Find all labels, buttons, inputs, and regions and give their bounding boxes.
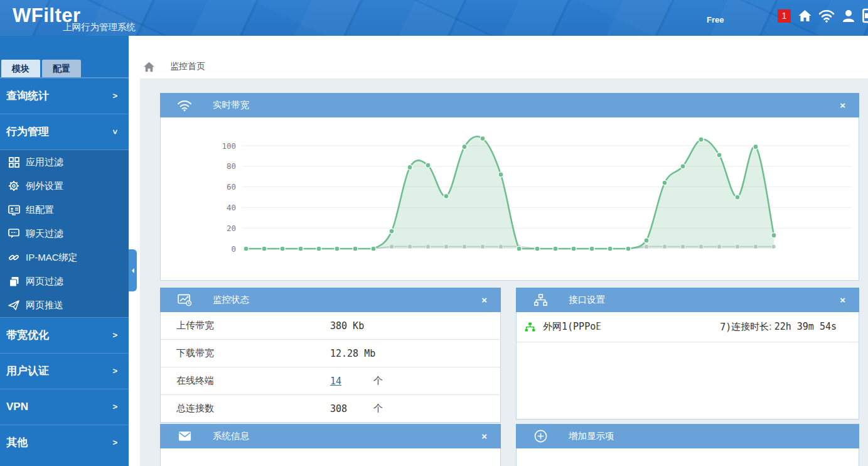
svg-text:80: 80 xyxy=(227,161,236,171)
panel-header: 监控状态 × xyxy=(160,288,501,312)
panel-header: 实时带宽 × xyxy=(160,93,859,117)
network-node-icon xyxy=(525,322,535,333)
panel-header: 增加显示项 xyxy=(516,424,859,448)
logout-icon[interactable] xyxy=(862,8,868,23)
app-subtitle: 上网行为管理系统 xyxy=(63,21,136,33)
breadcrumb: 监控首页 xyxy=(143,61,205,72)
svg-text:60: 60 xyxy=(227,182,236,192)
status-rows: 上传带宽 380 Kb 下载带宽 12.28 Mb 在线终端 14 个 总连接数… xyxy=(160,312,501,423)
sidebar-item-label: VPN xyxy=(6,401,28,413)
plan-label: Free xyxy=(707,15,724,24)
svg-text:0: 0 xyxy=(231,244,236,254)
home-icon[interactable] xyxy=(796,8,813,24)
panel-system-info: 系统信息 × xyxy=(160,424,501,466)
mail-icon xyxy=(177,430,192,443)
wifi-icon[interactable] xyxy=(818,8,835,24)
monitor-chart-icon xyxy=(177,293,192,307)
stat-row-download: 下载带宽 12.28 Mb xyxy=(161,340,500,367)
stat-label: 下载带宽 xyxy=(161,347,330,359)
home-icon[interactable] xyxy=(143,62,155,72)
sub-item-label: 组配置 xyxy=(26,204,54,216)
panel-interface-settings: 接口设置 × 外网1(PPPoE 7) 连接时长: 22h 39m 54s xyxy=(516,288,859,420)
online-terminals-link[interactable]: 14 xyxy=(330,376,365,387)
notification-badge[interactable]: 1 xyxy=(778,9,791,23)
stat-value: 308 xyxy=(330,403,365,415)
masked-text xyxy=(603,322,719,333)
close-icon[interactable]: × xyxy=(840,288,845,312)
sidebar-item-bandwidth-opt[interactable]: 带宽优化 > xyxy=(0,317,129,353)
sidebar-item-label: 行为管理 xyxy=(6,126,49,138)
chevron-down-icon: > xyxy=(97,129,132,134)
interface-name-suffix: 7) xyxy=(720,322,731,333)
panel-title: 接口设置 xyxy=(569,294,605,306)
stat-value: 12.28 Mb xyxy=(330,348,375,359)
tab-modules[interactable]: 模块 xyxy=(1,60,40,77)
panel-title: 系统信息 xyxy=(213,430,249,442)
link-icon xyxy=(8,251,20,264)
sidebar-item-ip-mac-binding[interactable]: IP-MAC绑定 xyxy=(0,246,129,269)
duration-value: 22h 39m 54s xyxy=(774,321,837,332)
panel-add-display-item: 增加显示项 xyxy=(516,424,859,466)
chevron-right-icon: > xyxy=(112,389,117,425)
stat-label: 总连接数 xyxy=(161,403,330,415)
bandwidth-chart-body: 020406080100 xyxy=(160,117,859,281)
close-icon[interactable]: × xyxy=(840,93,845,117)
panel-header: 系统信息 × xyxy=(160,424,501,448)
sidebar-item-app-filter[interactable]: 应用过滤 xyxy=(0,150,129,174)
stat-row-upload: 上传带宽 380 Kb xyxy=(161,312,500,340)
sidebar-item-user-auth[interactable]: 用户认证 > xyxy=(0,353,129,389)
top-header: WFilter 上网行为管理系统 Free 1 xyxy=(0,0,868,36)
header-icon-group: 1 xyxy=(778,6,868,25)
sidebar-item-other[interactable]: 其他 > xyxy=(0,425,129,460)
close-icon[interactable]: × xyxy=(481,288,487,312)
id-card-icon xyxy=(8,203,20,216)
svg-text:100: 100 xyxy=(222,141,236,151)
panel-title: 监控状态 xyxy=(213,294,249,306)
sub-item-label: IP-MAC绑定 xyxy=(26,252,78,264)
sidebar-item-label: 带宽优化 xyxy=(6,329,49,341)
bandwidth-chart: 020406080100 xyxy=(161,117,859,279)
sidebar-collapse-handle[interactable] xyxy=(129,249,137,291)
panel-monitor-status: 监控状态 × 上传带宽 380 Kb 下载带宽 12.28 Mb 在线终端 14… xyxy=(160,288,501,423)
sidebar-item-behavior-mgmt[interactable]: 行为管理 > xyxy=(0,114,129,149)
interface-name-prefix: 外网1(PPPoE xyxy=(543,321,601,333)
sub-item-label: 网页推送 xyxy=(26,300,63,312)
sub-item-label: 应用过滤 xyxy=(26,156,63,168)
sidebar-item-group-config[interactable]: 组配置 xyxy=(0,198,129,222)
stat-label: 上传带宽 xyxy=(161,320,330,332)
sidebar-item-exception-settings[interactable]: 例外设置 xyxy=(0,174,129,198)
panel-realtime-bandwidth: 实时带宽 × 020406080100 xyxy=(160,93,859,281)
panel-title: 实时带宽 xyxy=(213,99,249,111)
stat-value: 380 Kb xyxy=(330,320,365,332)
panel-title: 增加显示项 xyxy=(569,430,614,442)
sidebar-item-query-stats[interactable]: 查询统计 > xyxy=(0,78,129,114)
panel-header: 接口设置 × xyxy=(516,288,859,312)
stat-row-online-terminals: 在线终端 14 个 xyxy=(161,367,500,395)
svg-text:20: 20 xyxy=(227,224,236,233)
interface-body: 外网1(PPPoE 7) 连接时长: 22h 39m 54s xyxy=(516,312,859,420)
breadcrumb-label[interactable]: 监控首页 xyxy=(170,61,205,72)
chevron-right-icon: > xyxy=(112,79,117,114)
chevron-right-icon: > xyxy=(112,318,117,353)
add-item-body xyxy=(516,448,859,466)
close-icon[interactable]: × xyxy=(481,424,487,448)
sidebar-item-web-filter[interactable]: 网页过滤 xyxy=(0,269,129,293)
wifi-icon xyxy=(177,99,192,112)
connection-duration: 连接时长: 22h 39m 54s xyxy=(731,321,837,333)
chevron-right-icon: > xyxy=(112,425,117,460)
stat-row-total-connections: 总连接数 308 个 xyxy=(161,395,500,422)
user-icon[interactable] xyxy=(840,8,857,24)
send-icon xyxy=(8,299,20,312)
sidebar-item-vpn[interactable]: VPN > xyxy=(0,389,129,425)
tab-config[interactable]: 配置 xyxy=(42,60,81,77)
sidebar: 模块 配置 查询统计 > 行为管理 > 应用过滤 xyxy=(0,36,129,466)
plus-circle-icon xyxy=(533,430,548,443)
sidebar-item-web-push[interactable]: 网页推送 xyxy=(0,293,129,317)
sidebar-item-label: 查询统计 xyxy=(6,90,49,102)
duration-label: 连接时长: xyxy=(731,321,771,332)
sub-item-label: 网页过滤 xyxy=(26,276,63,288)
stat-label: 在线终端 xyxy=(161,375,330,387)
sidebar-item-chat-filter[interactable]: 聊天过滤 xyxy=(0,222,129,246)
interface-row-wan1[interactable]: 外网1(PPPoE 7) 连接时长: 22h 39m 54s xyxy=(517,312,859,342)
behavior-submenu: 应用过滤 例外设置 组配置 xyxy=(0,149,129,317)
